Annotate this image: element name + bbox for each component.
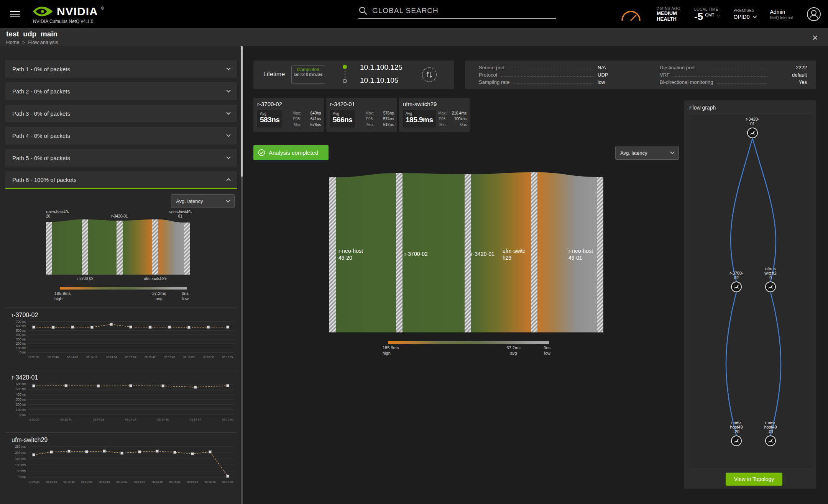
y-tick-label: 250 ms [15,445,26,448]
stat-value: 216.4ms [449,110,467,116]
data-point-marker[interactable] [227,326,229,328]
close-icon[interactable]: × [812,33,818,43]
path-accordion-4[interactable]: Path 4 - 0% of packets [5,127,237,144]
data-point-marker[interactable] [103,450,106,452]
latency-metric-dropdown-mini[interactable]: Avg. latency [171,194,235,208]
flow-node-r-neo-host49-01[interactable]: r-neo-host49-01 [764,420,777,446]
latency-metric-dropdown[interactable]: Avg. latency [615,146,679,160]
flow-node-r-neo-host49-20[interactable]: r-neo-host49-20 [730,420,743,446]
data-point-marker[interactable] [168,326,171,329]
stat-row: Max:576ns [365,110,394,116]
sankey-node-bar[interactable] [597,177,603,332]
flow-edge [752,138,776,281]
data-point-marker[interactable] [207,326,210,329]
menu-icon[interactable] [10,9,20,19]
x-tick-label: 06:16:26 [204,480,215,484]
latency-chart-r-3700-02: r-3700-020 ns100 ns200 ns300 ns400 ns500… [5,308,237,365]
paths-accordion-list: Path 1 - 0% of packetsPath 2 - 0% of pac… [5,60,237,493]
sankey-node-bar[interactable] [117,221,123,275]
path-accordion-6[interactable]: Path 6 - 100% of packets [5,171,237,189]
dropdown-caret-icon[interactable]: ▽ [717,14,720,18]
sankey-node-bar[interactable] [531,172,537,332]
breadcrumb-home[interactable]: Home [6,39,20,45]
data-point-marker[interactable] [149,326,151,329]
global-search[interactable] [358,6,556,19]
data-point-marker[interactable] [33,326,35,329]
data-point-marker[interactable] [191,452,194,455]
sankey-node-bar[interactable] [396,173,402,332]
x-tick-label: 06:14:48 [151,480,163,484]
avatar-icon[interactable] [807,7,821,21]
health-ago: 2 MINS AGO [657,7,680,11]
avg-latency-box: Avg185.9ms [403,110,436,128]
user-menu[interactable]: Admin NetQ Internal [770,9,793,20]
sankey-label: r-neo-host49- [169,210,192,214]
premises-selector[interactable]: PREMISES OPID0 [734,8,756,20]
scrollbar-thumb[interactable] [241,46,243,177]
dotted-leader [717,80,768,84]
chart-device-title: r-3700-02 [12,312,237,319]
sankey-flow [52,219,82,275]
data-point-marker[interactable] [65,385,67,387]
sankey-node-bar[interactable] [184,223,190,275]
data-point-marker[interactable] [187,326,190,329]
detail-row: Bi-directional monitoring Yes [660,79,807,87]
swap-arrows-icon [426,71,433,79]
detail-value: UDP [598,72,640,78]
latency-stats: Max:216.4msP95:100knsMin:0ns [438,110,467,128]
local-time[interactable]: LOCAL TIME -5 GMT ▽ [694,7,720,21]
data-point-marker[interactable] [130,385,132,387]
nvidia-logo-icon [33,5,54,18]
data-point-marker[interactable] [156,450,159,452]
device-name: ufm-switch29 [403,101,467,107]
data-point-marker[interactable] [194,386,197,389]
data-point-marker[interactable] [33,453,35,456]
data-point-marker[interactable] [110,323,113,326]
data-point-marker[interactable] [52,326,54,329]
mini-sankey: r-neo-host49-20r-3420-01r-neo-host49-01r… [45,209,237,284]
flow-node-ufm-switch29[interactable]: ufm-switch29 [764,266,776,292]
path-accordion-5[interactable]: Path 5 - 0% of packets [5,149,237,167]
data-point-marker[interactable] [209,451,212,453]
gauge-icon [731,282,741,292]
sankey-node-bar[interactable] [329,177,336,332]
data-point-marker[interactable] [50,451,53,453]
check-circle-icon [258,149,265,156]
dotted-leader [508,65,594,69]
y-tick-label: 600 ns [16,324,26,328]
health-status[interactable]: 2 MINS AGO MEDIUM HEALTH [657,7,680,22]
swap-direction-button[interactable] [422,67,437,82]
data-point-marker[interactable] [174,451,176,454]
stat-row: Min:576ns [292,122,321,128]
x-tick-label: 06:12:16 [46,480,57,484]
scrollbar[interactable] [241,46,243,504]
y-tick-label: 50 ms [17,469,26,473]
path-accordion-3[interactable]: Path 3 - 0% of packets [5,105,237,122]
search-input[interactable] [372,7,556,15]
data-point-marker[interactable] [227,385,229,387]
sankey-node-bar[interactable] [46,222,52,275]
data-point-marker[interactable] [71,326,74,329]
flow-node-r-3420-01[interactable]: r-3420-01 [746,117,759,138]
data-point-marker[interactable] [33,385,35,387]
stat-key: Max: [365,110,374,116]
y-tick-label: 400 ns [16,333,26,337]
data-point-marker[interactable] [68,450,71,453]
stat-row: Max:640ns [292,110,321,116]
sankey-node-bar[interactable] [82,219,88,275]
view-in-topology-button[interactable]: View in Topology [726,473,782,486]
data-point-marker[interactable] [162,385,164,387]
x-tick-label: 06:15:04 [169,480,180,484]
sankey-node-bar[interactable] [465,174,471,332]
path-accordion-1[interactable]: Path 1 - 0% of packets [5,60,237,78]
path-accordion-2[interactable]: Path 2 - 0% of packets [5,82,237,100]
data-point-marker[interactable] [121,452,123,455]
data-point-marker[interactable] [90,326,93,329]
data-point-marker[interactable] [97,385,100,387]
flow-node-label: r-neo- [765,420,776,425]
data-point-marker[interactable] [138,450,141,453]
data-point-marker[interactable] [85,450,88,453]
data-point-marker[interactable] [130,326,132,328]
sankey-node-bar[interactable] [152,219,158,275]
data-point-marker[interactable] [227,475,229,478]
